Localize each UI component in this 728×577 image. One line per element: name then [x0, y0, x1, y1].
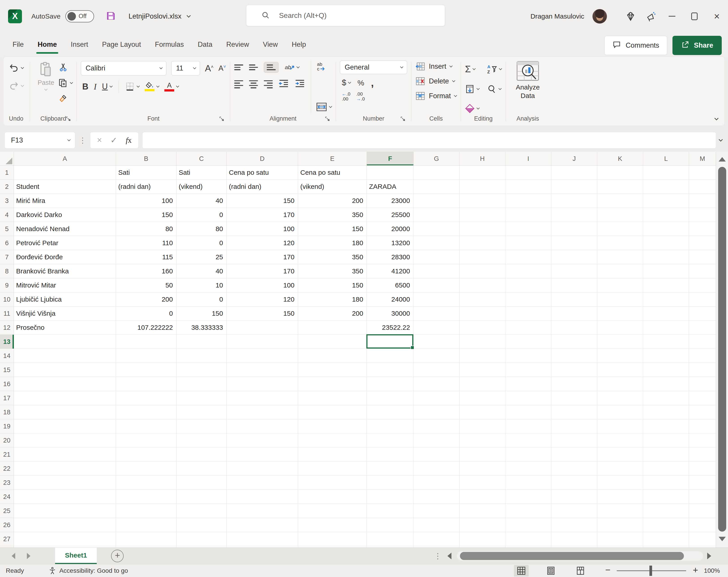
cell-C16[interactable]	[177, 377, 227, 391]
cell-K24[interactable]	[597, 490, 643, 504]
insert-function-icon[interactable]: fx	[126, 136, 131, 144]
ribbon-tab-data[interactable]: Data	[194, 32, 215, 56]
cell-M26[interactable]	[689, 518, 716, 532]
cell-L7[interactable]	[643, 250, 689, 264]
orientation-button[interactable]: ab	[284, 63, 299, 72]
cell-B27[interactable]	[116, 532, 177, 546]
increase-decimal-button[interactable]: ←.0.00	[342, 91, 350, 101]
cell-H9[interactable]	[460, 278, 505, 293]
cell-B18[interactable]	[116, 405, 177, 419]
cell-A21[interactable]	[14, 447, 116, 462]
fill-button[interactable]	[465, 84, 479, 94]
cell-I14[interactable]	[505, 349, 551, 363]
cell-E14[interactable]	[298, 349, 367, 363]
cell-B19[interactable]	[116, 419, 177, 433]
cell-M27[interactable]	[689, 532, 716, 546]
cell-D8[interactable]: 170	[227, 264, 298, 278]
cell-D4[interactable]: 170	[227, 208, 298, 222]
decrease-indent-button[interactable]	[279, 79, 289, 89]
cell-A8[interactable]: Branković Branka	[14, 264, 116, 278]
cell-D22[interactable]	[227, 462, 298, 476]
cell-L26[interactable]	[643, 518, 689, 532]
scroll-down-icon[interactable]	[719, 537, 726, 541]
middle-align-button[interactable]	[249, 64, 258, 70]
cell-C27[interactable]	[177, 532, 227, 546]
cell-J25[interactable]	[551, 504, 597, 518]
cell-J2[interactable]	[551, 180, 597, 194]
filename-chevron-icon[interactable]	[186, 13, 190, 18]
cell-C14[interactable]	[177, 349, 227, 363]
cell-G7[interactable]	[414, 250, 460, 264]
cell-L9[interactable]	[643, 278, 689, 293]
paste-button[interactable]: Paste	[34, 60, 58, 115]
save-icon[interactable]	[106, 11, 116, 22]
cell-K14[interactable]	[597, 349, 643, 363]
zoom-level[interactable]: 100%	[704, 567, 720, 574]
cell-B21[interactable]	[116, 447, 177, 462]
cell-D15[interactable]	[227, 363, 298, 377]
cell-D9[interactable]: 100	[227, 278, 298, 293]
cell-C13[interactable]	[177, 335, 227, 349]
cell-I9[interactable]	[505, 278, 551, 293]
cell-E18[interactable]	[298, 405, 367, 419]
cell-F23[interactable]	[367, 476, 414, 490]
cell-B17[interactable]	[116, 391, 177, 405]
cell-A2[interactable]: Student	[14, 180, 116, 194]
cell-L5[interactable]	[643, 222, 689, 236]
cell-L15[interactable]	[643, 363, 689, 377]
zoom-in-button[interactable]: +	[693, 565, 698, 575]
cell-J12[interactable]	[551, 321, 597, 335]
column-header-L[interactable]: L	[643, 152, 689, 166]
cell-K1[interactable]	[597, 166, 643, 180]
horizontal-splitter-icon[interactable]: ⋮	[434, 551, 442, 560]
cell-G3[interactable]	[414, 194, 460, 208]
cell-E12[interactable]	[298, 321, 367, 335]
cell-L18[interactable]	[643, 405, 689, 419]
cell-E27[interactable]	[298, 532, 367, 546]
cell-C11[interactable]: 150	[177, 306, 227, 321]
cell-J11[interactable]	[551, 306, 597, 321]
cell-F3[interactable]: 23000	[367, 194, 414, 208]
cell-M16[interactable]	[689, 377, 716, 391]
cell-H23[interactable]	[460, 476, 505, 490]
cell-K2[interactable]	[597, 180, 643, 194]
cell-G1[interactable]	[414, 166, 460, 180]
cell-H8[interactable]	[460, 264, 505, 278]
cell-L1[interactable]	[643, 166, 689, 180]
avatar[interactable]	[592, 9, 607, 24]
cell-H10[interactable]	[460, 293, 505, 306]
cell-J5[interactable]	[551, 222, 597, 236]
cell-H26[interactable]	[460, 518, 505, 532]
cell-D21[interactable]	[227, 447, 298, 462]
cell-K27[interactable]	[597, 532, 643, 546]
cell-F2[interactable]: ZARADA	[367, 180, 414, 194]
cell-G8[interactable]	[414, 264, 460, 278]
cell-G26[interactable]	[414, 518, 460, 532]
cell-I27[interactable]	[505, 532, 551, 546]
cell-K22[interactable]	[597, 462, 643, 476]
cell-G18[interactable]	[414, 405, 460, 419]
cell-K26[interactable]	[597, 518, 643, 532]
cell-L27[interactable]	[643, 532, 689, 546]
cell-B23[interactable]	[116, 476, 177, 490]
cell-I11[interactable]	[505, 306, 551, 321]
cell-I18[interactable]	[505, 405, 551, 419]
cell-D6[interactable]: 120	[227, 236, 298, 250]
cell-J6[interactable]	[551, 236, 597, 250]
fill-handle[interactable]	[411, 346, 414, 350]
cell-L10[interactable]	[643, 293, 689, 306]
cell-I26[interactable]	[505, 518, 551, 532]
copy-button[interactable]	[58, 78, 73, 88]
cell-B4[interactable]: 150	[116, 208, 177, 222]
cell-D1[interactable]: Cena po satu	[227, 166, 298, 180]
cell-C3[interactable]: 40	[177, 194, 227, 208]
ribbon-tab-file[interactable]: File	[9, 32, 27, 56]
cell-D2[interactable]: (radni dan)	[227, 180, 298, 194]
cell-D13[interactable]	[227, 335, 298, 349]
cell-A27[interactable]	[14, 532, 116, 546]
cell-H11[interactable]	[460, 306, 505, 321]
sort-filter-button[interactable]: AZ	[487, 64, 502, 74]
cell-E7[interactable]: 350	[298, 250, 367, 264]
cell-M2[interactable]	[689, 180, 716, 194]
cell-H18[interactable]	[460, 405, 505, 419]
